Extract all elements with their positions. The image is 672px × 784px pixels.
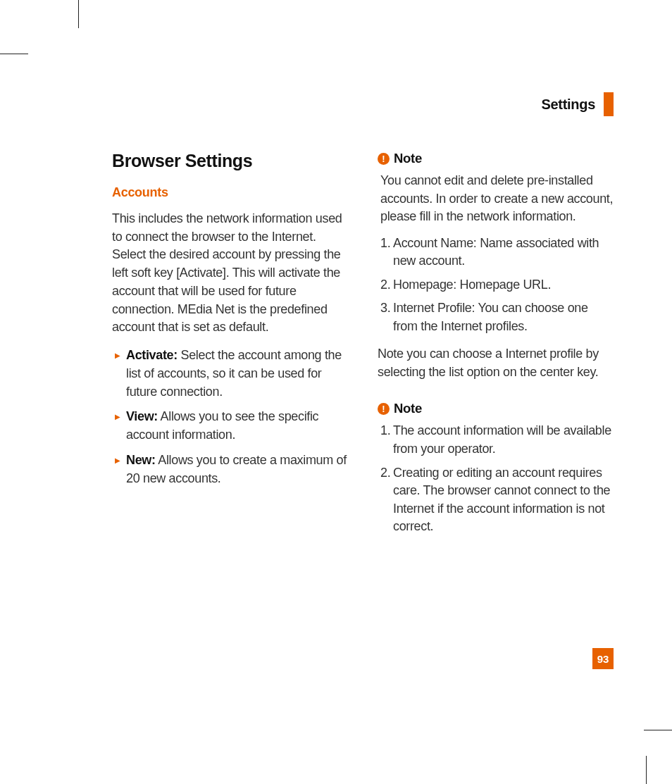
content-columns: Browser Settings Accounts This includes … (112, 151, 614, 556)
list-item: 1.Account Name: Name associated with new… (380, 235, 614, 270)
bullet-label: New: (126, 453, 156, 467)
list-item: 3.Internet Profile: You can choose one f… (380, 299, 614, 335)
note-list: 1.Account Name: Name associated with new… (380, 235, 614, 336)
header-accent-bar (604, 92, 614, 116)
header: Settings (542, 92, 614, 116)
note-header: ! Note (378, 151, 614, 166)
item-text: Creating or editing an account requires … (393, 466, 610, 534)
page-title: Browser Settings (112, 151, 348, 171)
note-header: ! Note (378, 401, 614, 416)
note-icon: ! (378, 403, 390, 415)
item-text: The account information will be availabl… (393, 423, 611, 456)
note-list: 1.The account information will be availa… (380, 422, 614, 535)
crop-mark (646, 756, 647, 784)
list-item: 1.The account information will be availa… (380, 422, 614, 458)
item-text: Internet Profile: You can choose one fro… (393, 301, 588, 333)
bullet-label: Activate: (126, 348, 178, 362)
section-title: Settings (542, 97, 596, 113)
note-block: ! Note You cannot edit and delete pre-in… (378, 151, 614, 381)
list-item: New: Allows you to create a maximum of 2… (112, 452, 348, 487)
intro-paragraph: This includes the network information us… (112, 210, 348, 337)
note-block: ! Note 1.The account information will be… (378, 401, 614, 535)
bullet-list: Activate: Select the account among the l… (112, 347, 348, 487)
right-column: ! Note You cannot edit and delete pre-in… (378, 151, 614, 556)
bullet-label: View: (126, 409, 158, 423)
note-body: You cannot edit and delete pre-installed… (380, 172, 614, 226)
item-text: Homepage: Homepage URL. (393, 278, 551, 292)
list-item: 2.Creating or editing an account require… (380, 464, 614, 536)
item-number: 2. (380, 276, 390, 294)
item-number: 1. (380, 235, 390, 253)
item-number: 2. (380, 464, 390, 483)
list-item: View: Allows you to see the specific acc… (112, 408, 348, 444)
list-item: 2.Homepage: Homepage URL. (380, 276, 614, 294)
list-item: Activate: Select the account among the l… (112, 347, 348, 401)
crop-mark (0, 54, 28, 54)
note-label: Note (394, 151, 422, 166)
page-frame: Settings Browser Settings Accounts This … (78, 54, 647, 730)
item-text: Account Name: Name associated with new a… (393, 236, 599, 268)
page-number: 93 (592, 648, 614, 669)
note-label: Note (394, 401, 422, 416)
item-number: 3. (380, 299, 390, 318)
note-after: Note you can choose a Internet profile b… (378, 345, 614, 381)
bullet-text: Allows you to create a maximum of 20 new… (126, 453, 347, 485)
item-number: 1. (380, 422, 390, 440)
subsection-title: Accounts (112, 185, 348, 200)
crop-mark (78, 0, 79, 28)
note-icon: ! (378, 153, 390, 165)
left-column: Browser Settings Accounts This includes … (112, 151, 348, 556)
crop-mark (644, 730, 672, 730)
